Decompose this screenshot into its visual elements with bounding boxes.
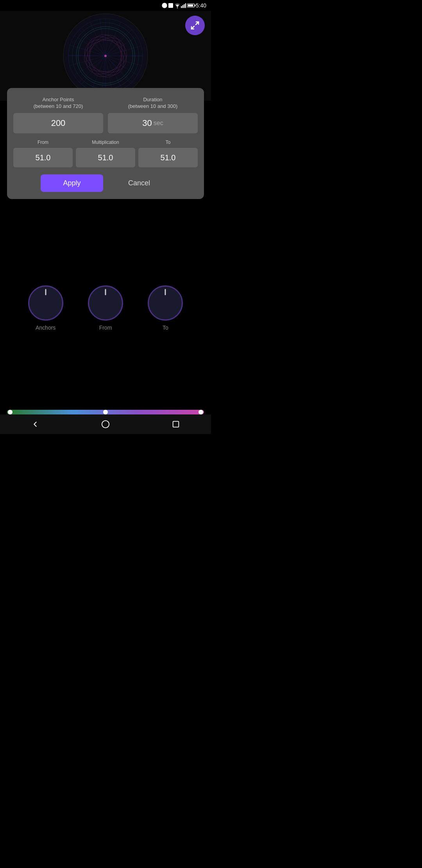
svg-point-0 [162, 3, 167, 8]
multiplication-label: Multiplication [92, 140, 119, 146]
duration-unit: sec [154, 120, 163, 127]
knobs-area: Anchors From To [0, 278, 211, 331]
from-knob-group: From [88, 285, 123, 331]
top-fields-row: Anchor Points (between 10 and 720) 200 D… [13, 97, 198, 133]
notification-icon [161, 2, 168, 9]
svg-rect-6 [185, 3, 186, 8]
status-bar: 5:40 [0, 0, 211, 11]
wifi-icon [174, 3, 181, 8]
svg-rect-3 [181, 6, 182, 8]
color-dot-left[interactable] [8, 410, 13, 414]
to-input[interactable]: 51.0 [138, 148, 198, 167]
anchor-points-input[interactable]: 200 [13, 113, 103, 133]
from-label: From [38, 140, 48, 146]
svg-point-47 [104, 55, 107, 57]
color-dot-center[interactable] [103, 410, 108, 414]
color-dot-right[interactable] [198, 410, 203, 414]
sim-icon [168, 2, 174, 9]
spiro-visualization [63, 13, 148, 99]
home-button[interactable] [101, 420, 110, 429]
duration-col: Duration (between 10 and 300) 30 sec [108, 97, 198, 133]
from-knob-label: From [99, 325, 112, 331]
to-knob-indicator [165, 289, 166, 295]
recents-icon [172, 420, 180, 429]
cancel-button[interactable]: Cancel [108, 174, 170, 192]
anchor-points-col: Anchor Points (between 10 and 720) 200 [13, 97, 103, 133]
svg-rect-51 [173, 421, 179, 427]
to-knob[interactable] [148, 285, 183, 321]
svg-rect-1 [168, 3, 173, 8]
to-knob-label: To [163, 325, 168, 331]
anchors-knob-indicator [45, 289, 46, 295]
anchors-knob[interactable] [28, 285, 63, 321]
svg-rect-8 [188, 4, 193, 6]
signal-icon [181, 3, 187, 8]
navigation-bar [0, 414, 211, 434]
to-label: To [166, 140, 171, 146]
visualization-background [0, 11, 211, 101]
expand-button[interactable] [185, 16, 205, 35]
anchor-points-label: Anchor Points (between 10 and 720) [34, 97, 83, 110]
from-knob[interactable] [88, 285, 123, 321]
battery-icon [187, 3, 196, 8]
multiplication-col: Multiplication 51.0 [76, 140, 135, 168]
recents-button[interactable] [172, 420, 180, 429]
multiplier-row: From 51.0 Multiplication 51.0 To 51.0 [13, 140, 198, 168]
anchors-knob-group: Anchors [28, 285, 63, 331]
back-icon [31, 420, 39, 429]
color-bar[interactable] [7, 410, 204, 414]
duration-label: Duration (between 10 and 300) [128, 97, 177, 110]
settings-dialog: Anchor Points (between 10 and 720) 200 D… [7, 88, 204, 199]
home-icon [101, 420, 110, 429]
expand-icon [190, 21, 200, 30]
duration-input[interactable]: 30 sec [108, 113, 198, 133]
multiplication-input[interactable]: 51.0 [76, 148, 135, 167]
svg-rect-4 [182, 5, 183, 8]
to-knob-group: To [148, 285, 183, 331]
anchors-knob-label: Anchors [36, 325, 55, 331]
svg-rect-5 [184, 4, 184, 8]
from-input[interactable]: 51.0 [13, 148, 73, 167]
apply-button[interactable]: Apply [41, 174, 103, 192]
to-col: To 51.0 [138, 140, 198, 168]
status-time: 5:40 [196, 2, 206, 9]
svg-point-50 [102, 421, 109, 428]
dialog-buttons: Apply Cancel [13, 174, 198, 192]
from-col: From 51.0 [13, 140, 73, 168]
svg-point-2 [177, 7, 178, 8]
from-knob-indicator [105, 289, 106, 295]
back-button[interactable] [31, 420, 39, 429]
